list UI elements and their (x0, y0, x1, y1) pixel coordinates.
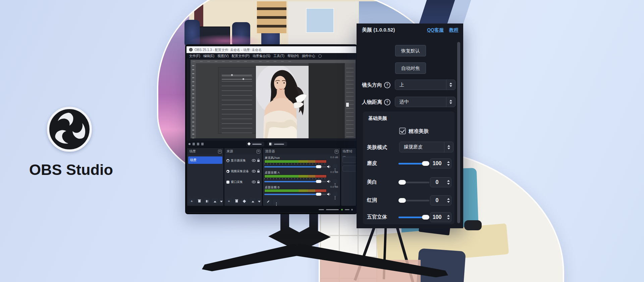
mute-icon[interactable] (327, 165, 331, 169)
menu-plugin-center[interactable]: 插件中心 (302, 54, 315, 58)
scene-filters-button[interactable] (204, 198, 210, 204)
select-spinner[interactable] (446, 80, 455, 90)
help-icon[interactable]: ? (384, 82, 390, 88)
captured-photoshop (191, 60, 356, 138)
volume-slider[interactable] (264, 166, 326, 168)
channel-options-button[interactable] (333, 192, 337, 197)
spinner-arrows[interactable] (447, 196, 450, 205)
menu-tools[interactable]: 工具(T) (273, 54, 284, 58)
help-icon[interactable]: ? (384, 99, 390, 105)
pen-icon[interactable] (318, 54, 322, 58)
source-row[interactable]: ▣ 显示器采集 (225, 157, 261, 164)
mute-icon[interactable] (327, 192, 331, 196)
lock-icon[interactable] (257, 180, 260, 184)
grid-icon[interactable] (193, 143, 195, 145)
scene-item[interactable]: 场景 (188, 156, 222, 164)
remove-source-button[interactable] (233, 198, 240, 204)
add-scene-button[interactable]: + (189, 198, 195, 204)
source-row[interactable]: 窗口采集 (225, 178, 261, 186)
obs-window: OBS 25.1.3 - 配置文件: 未命名 - 场景: 未命名 文件(F) 编… (186, 46, 356, 213)
whitening-value-box[interactable]: 0 (430, 177, 451, 187)
smoothing-value-box[interactable]: 100 (430, 158, 451, 169)
spinner-arrows[interactable] (447, 213, 450, 222)
menu-profile[interactable]: 配置文件(P) (231, 54, 249, 58)
obs-titlebar-icon (189, 48, 193, 51)
select-spinner[interactable] (444, 142, 453, 152)
volume-meter (264, 175, 327, 178)
scene-down-button[interactable] (219, 198, 223, 204)
sources-dock: 来源 ▣ 显示器采集 ▶ 视频采集设备 窗口采集 + (224, 148, 262, 206)
monitor: OBS 25.1.3 - 配置文件: 未命名 - 场景: 未命名 文件(F) 编… (185, 44, 358, 214)
titlebar[interactable]: OBS 25.1.3 - 配置文件: 未命名 - 场景: 未命名 (186, 46, 356, 53)
volume-slider[interactable] (264, 181, 326, 182)
rosiness-slider[interactable] (398, 200, 429, 201)
db-value: 0.0 dB (330, 171, 338, 174)
subject-distance-select[interactable]: 适中 (395, 97, 455, 107)
obs-wordmark: OBS Studio (16, 161, 126, 179)
qq-support-link[interactable]: QQ客服 (427, 27, 444, 33)
source-properties-button[interactable] (241, 198, 248, 204)
panel-icon[interactable] (197, 143, 199, 145)
lock-icon[interactable] (257, 170, 260, 173)
source-up-button[interactable] (250, 198, 256, 204)
smoothing-slider[interactable] (398, 163, 429, 164)
ps-toolbar (191, 63, 196, 138)
visibility-icon[interactable] (252, 159, 256, 162)
source-row[interactable]: ▶ 视频采集设备 (225, 168, 261, 175)
visibility-icon[interactable] (252, 170, 256, 173)
obs-logo (47, 107, 92, 152)
face-definition-value-box[interactable]: 100 (430, 212, 451, 222)
dock-menu-icon[interactable] (257, 150, 260, 153)
precise-skin-checkbox[interactable] (399, 128, 406, 134)
window-title: OBS 25.1.3 - 配置文件: 未命名 - 场景: 未命名 (195, 48, 262, 52)
source-down-button[interactable] (257, 198, 261, 204)
menu-scene-collection[interactable]: 场景集合(S) (253, 54, 270, 58)
list-icon[interactable] (201, 143, 204, 145)
diamond-icon (248, 142, 251, 146)
transition-duration[interactable] (342, 166, 356, 172)
volume-slider[interactable] (264, 194, 326, 195)
menu-edit[interactable]: 编辑(E) (203, 54, 214, 58)
lock-icon[interactable] (257, 159, 260, 162)
tutorial-link[interactable]: 教程 (449, 27, 459, 33)
mute-icon[interactable] (327, 180, 331, 183)
reset-defaults-button[interactable]: 恢复默认 (395, 45, 426, 56)
mixer-more-button[interactable] (273, 199, 279, 204)
skin-mode-select[interactable]: 朦胧磨皮 (399, 142, 453, 152)
channel-options-button[interactable] (333, 164, 337, 169)
whitening-slider[interactable] (398, 182, 429, 183)
menu-file[interactable]: 文件(F) (189, 54, 200, 58)
face-definition-slider[interactable] (398, 217, 429, 218)
dock-tab-chip[interactable] (268, 142, 287, 146)
dock-menu-icon[interactable] (335, 150, 338, 153)
db-value: 0.0 dB (330, 156, 338, 159)
skin-mode-label: 美肤模式 (367, 144, 387, 151)
beauty-filter-panel: 美颜 (1.0.0.52) QQ客服 教程 恢复默认 自动对焦 镜头方向 ? 上… (357, 23, 463, 228)
visibility-icon[interactable] (252, 181, 256, 183)
remove-scene-button[interactable] (196, 198, 203, 204)
spinner-arrows[interactable] (447, 159, 450, 168)
face-definition-row: 五官立体 100 (363, 212, 454, 222)
menu-help[interactable]: 帮助(H) (287, 54, 299, 58)
menubar: 文件(F) 编辑(E) 视图(V) 配置文件(P) 场景集合(S) 工具(T) … (186, 53, 356, 59)
camera-direction-select[interactable]: 上 (395, 80, 455, 90)
dock-tab-chip[interactable] (246, 142, 264, 146)
transitions-dock-title: 场景转场 (341, 148, 356, 154)
mixer-edit-button[interactable] (265, 199, 271, 204)
select-spinner[interactable] (446, 97, 455, 107)
precise-skin-label: 精准美肤 (409, 128, 429, 135)
panel-scrollbar[interactable] (457, 42, 460, 223)
layout-icon[interactable] (189, 143, 191, 145)
rosiness-value-box[interactable]: 0 (430, 195, 451, 205)
scene-up-button[interactable] (212, 198, 218, 204)
transition-select[interactable] (342, 157, 356, 163)
spinner-arrows[interactable] (447, 178, 450, 187)
autofocus-button[interactable]: 自动对焦 (395, 62, 426, 74)
dock-menu-icon[interactable] (218, 150, 222, 153)
menu-view[interactable]: 视图(V) (217, 54, 228, 58)
rosiness-row: 红润 0 (363, 195, 454, 205)
add-source-button[interactable]: + (226, 198, 232, 204)
whitening-label: 美白 (367, 179, 377, 185)
channel-options-button[interactable] (333, 179, 337, 184)
mixer-channel: 桌面音频 A 0.0 dB (263, 171, 340, 185)
